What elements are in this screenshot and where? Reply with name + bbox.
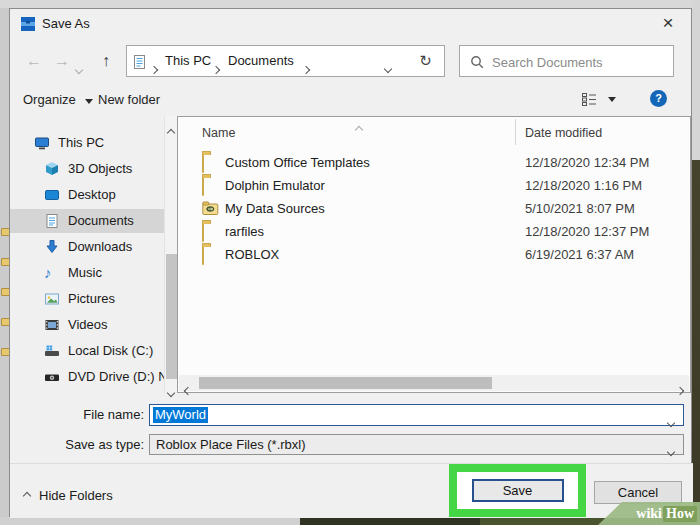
sidebar-item-label: Videos	[68, 313, 108, 337]
horizontal-scrollbar-thumb[interactable]	[199, 377, 492, 389]
save-button[interactable]: Save	[472, 479, 564, 502]
close-button[interactable]: ×	[653, 10, 683, 36]
desktop-background-top	[0, 0, 700, 8]
search-input[interactable]	[490, 49, 669, 75]
back-button[interactable]: ←	[22, 45, 46, 77]
desktop-icon	[44, 187, 60, 203]
chevron-down-icon[interactable]	[668, 441, 674, 459]
organize-label: Organize	[23, 92, 76, 107]
column-header-name[interactable]: Name	[202, 123, 235, 143]
breadcrumb-separator-icon	[303, 59, 309, 77]
view-options-chevron-icon[interactable]	[608, 97, 616, 102]
file-date: 12/18/2020 12:37 PM	[525, 220, 649, 243]
file-row-rarfiles[interactable]: rarfiles 12/18/2020 12:37 PM	[178, 220, 688, 243]
breadcrumb-this-pc[interactable]: This PC	[165, 46, 211, 76]
address-dropdown-chevron-icon[interactable]	[385, 58, 391, 76]
file-list-panel: Name Date modified Custom Office Templat…	[177, 116, 691, 393]
data-sources-icon	[202, 201, 219, 215]
up-button[interactable]: ↑	[94, 45, 118, 77]
save-as-type-label: Save as type:	[10, 434, 144, 456]
chevron-down-icon[interactable]	[668, 412, 674, 430]
sidebar-item-documents[interactable]: Documents	[10, 209, 164, 233]
file-row-my-data-sources[interactable]: My Data Sources 5/10/2021 8:07 PM	[178, 197, 688, 220]
scroll-up-icon[interactable]	[168, 122, 174, 140]
sidebar-scrollbar-thumb[interactable]	[166, 254, 177, 379]
forward-button[interactable]: →	[50, 45, 74, 77]
sidebar-item-label: This PC	[58, 131, 104, 155]
search-icon	[470, 55, 484, 69]
hide-folders-label: Hide Folders	[39, 488, 113, 503]
folder-icon	[202, 178, 219, 192]
file-name: Dolphin Emulator	[225, 174, 325, 197]
chevron-down-icon	[85, 99, 93, 104]
sidebar-item-3d-objects[interactable]: 3D Objects	[10, 157, 164, 181]
hide-folders-button[interactable]: Hide Folders	[24, 488, 113, 504]
sidebar-item-downloads[interactable]: Downloads	[10, 235, 164, 259]
breadcrumb-separator-icon	[213, 59, 219, 77]
hard-disk-icon	[44, 343, 60, 359]
film-icon	[44, 317, 60, 333]
horizontal-scrollbar[interactable]	[179, 375, 689, 391]
file-date: 12/18/2020 1:16 PM	[525, 174, 642, 197]
desktop-background-bottom	[0, 517, 300, 525]
sort-ascending-icon	[356, 119, 362, 137]
sidebar-item-local-disk-c[interactable]: Local Disk (C:)	[10, 339, 164, 363]
sidebar-item-this-pc[interactable]: This PC	[10, 131, 164, 155]
scroll-right-icon[interactable]	[677, 380, 683, 398]
music-note-icon: ♪	[44, 265, 60, 281]
document-icon	[44, 213, 60, 229]
new-folder-button[interactable]: New folder	[98, 89, 160, 111]
title-bar: Save As ×	[10, 9, 691, 39]
download-arrow-icon	[44, 239, 60, 255]
breadcrumb-separator-icon	[151, 59, 157, 77]
sidebar-item-videos[interactable]: Videos	[10, 313, 164, 337]
annotation-highlight-box: Save	[449, 464, 586, 517]
file-name: Custom Office Templates	[225, 151, 370, 174]
window-title: Save As	[42, 9, 90, 39]
file-name: My Data Sources	[225, 197, 325, 220]
dvd-drive-icon	[44, 369, 60, 385]
refresh-button[interactable]: ↻	[407, 45, 445, 77]
breadcrumb-documents[interactable]: Documents	[228, 46, 294, 76]
file-date: 5/10/2021 8:07 PM	[525, 197, 635, 220]
file-row-roblox[interactable]: ROBLOX 6/19/2021 6:37 AM	[178, 243, 688, 266]
save-as-type-value: Roblox Place Files (*.rbxl)	[156, 435, 306, 454]
file-row-dolphin-emulator[interactable]: Dolphin Emulator 12/18/2020 1:16 PM	[178, 174, 688, 197]
scroll-down-icon[interactable]	[168, 382, 174, 400]
chevron-up-icon	[23, 492, 31, 500]
address-bar[interactable]: This PC Documents	[126, 45, 408, 77]
sidebar-item-music[interactable]: ♪ Music	[10, 261, 164, 285]
desktop-background-left	[0, 8, 9, 525]
help-button[interactable]: ?	[650, 90, 667, 107]
desktop-background-right-photo	[692, 160, 700, 525]
sidebar-item-dvd-drive-d[interactable]: DVD Drive (D:) N	[10, 365, 164, 389]
desktop-background-bottom-photo	[300, 517, 480, 525]
sidebar-item-pictures[interactable]: Pictures	[10, 287, 164, 311]
column-header-date-modified[interactable]: Date modified	[525, 123, 602, 143]
sidebar-item-label: Pictures	[68, 287, 115, 311]
column-divider[interactable]	[515, 119, 516, 145]
file-name-label: File name:	[10, 404, 144, 426]
app-icon	[21, 17, 35, 31]
recent-locations-chevron-icon[interactable]	[76, 59, 82, 77]
folder-icon	[202, 247, 219, 261]
file-row-custom-office-templates[interactable]: Custom Office Templates 12/18/2020 12:34…	[178, 151, 688, 174]
save-as-type-dropdown[interactable]: Roblox Place Files (*.rbxl)	[149, 434, 684, 455]
scroll-left-icon[interactable]	[185, 380, 191, 398]
file-name: ROBLOX	[225, 243, 279, 266]
details-view-icon[interactable]	[582, 93, 597, 106]
sidebar-item-desktop[interactable]: Desktop	[10, 183, 164, 207]
cancel-button[interactable]: Cancel	[594, 481, 682, 504]
file-date: 12/18/2020 12:34 PM	[525, 151, 649, 174]
file-name-input[interactable]: MyWorld	[149, 404, 684, 426]
document-location-icon	[134, 55, 145, 69]
folder-icon	[202, 155, 219, 169]
screenshot: Save As × ← → ↑ This PC Documents ↻	[0, 0, 700, 525]
sidebar-item-label: 3D Objects	[68, 157, 132, 181]
organize-button[interactable]: Organize	[23, 89, 93, 111]
search-box[interactable]	[459, 45, 674, 77]
sidebar-item-label: Desktop	[68, 183, 116, 207]
sidebar-scrollbar[interactable]	[164, 116, 177, 393]
sidebar-item-label: Local Disk (C:)	[68, 339, 153, 363]
sidebar-item-label: Documents	[68, 209, 134, 233]
